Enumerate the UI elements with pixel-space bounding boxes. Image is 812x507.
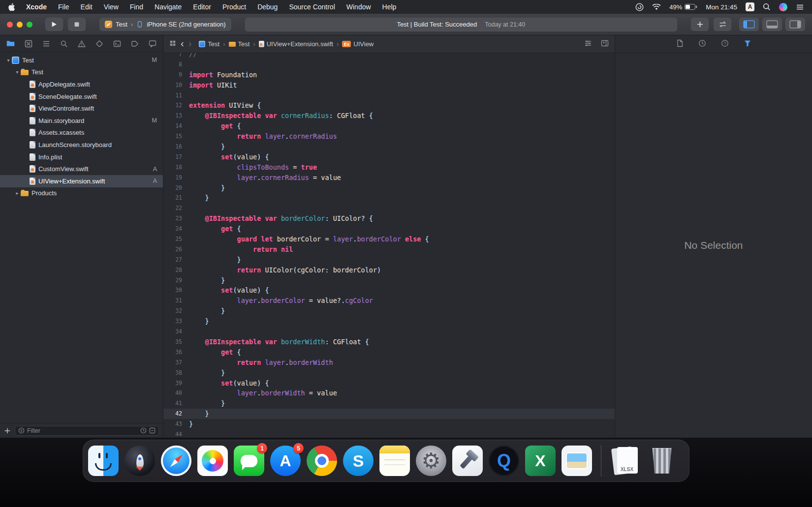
line-number[interactable]: 13 bbox=[163, 111, 189, 121]
line-number[interactable]: 31 bbox=[163, 296, 189, 306]
debug-area-toggle-button[interactable] bbox=[762, 18, 782, 31]
scheme-selector[interactable]: Test › iPhone SE (2nd generation) bbox=[99, 18, 231, 31]
spotlight-search-icon[interactable] bbox=[763, 3, 771, 11]
siri-icon[interactable] bbox=[779, 3, 787, 11]
code-line-14[interactable]: 14 get { bbox=[163, 121, 615, 131]
related-items-icon[interactable] bbox=[169, 40, 176, 48]
line-number[interactable]: 20 bbox=[163, 183, 189, 193]
line-number[interactable]: 17 bbox=[163, 152, 189, 162]
wifi-icon[interactable] bbox=[652, 4, 661, 10]
code-line-33[interactable]: 33 } bbox=[163, 316, 615, 327]
dock-photos[interactable] bbox=[197, 446, 228, 476]
code-line-26[interactable]: 26 return nil bbox=[163, 244, 615, 255]
code-line-19[interactable]: 19 layer.cornerRadius = value bbox=[163, 173, 615, 183]
symbol-navigator-icon[interactable] bbox=[42, 40, 50, 48]
code-line-39[interactable]: 39 set(value) { bbox=[163, 378, 615, 388]
line-number[interactable]: 36 bbox=[163, 347, 189, 358]
code-area[interactable]: 7//89import Foundation10import UIKit1112… bbox=[163, 53, 615, 438]
line-number[interactable]: 30 bbox=[163, 285, 189, 296]
apple-menu-icon[interactable] bbox=[8, 3, 15, 11]
notification-center-icon[interactable] bbox=[796, 3, 804, 11]
menu-source-control[interactable]: Source Control bbox=[289, 3, 335, 11]
menu-window[interactable]: Window bbox=[346, 3, 371, 11]
line-number[interactable]: 26 bbox=[163, 244, 189, 255]
line-number[interactable]: 34 bbox=[163, 327, 189, 337]
test-navigator-icon[interactable] bbox=[95, 40, 103, 48]
menu-view[interactable]: View bbox=[104, 3, 119, 11]
activity-viewer[interactable]: Test | Build Test: Succeeded Today at 21… bbox=[245, 18, 677, 31]
file-row-appdelegate-swift[interactable]: AppDelegate.swift bbox=[0, 78, 163, 90]
code-line-23[interactable]: 23 @IBInspectable var borderColor: UICol… bbox=[163, 213, 615, 224]
code-line-38[interactable]: 38 } bbox=[163, 368, 615, 378]
code-line-15[interactable]: 15 return layer.cornerRadius bbox=[163, 131, 615, 142]
menu-debug[interactable]: Debug bbox=[257, 3, 278, 11]
line-number[interactable]: 15 bbox=[163, 131, 189, 142]
line-number[interactable]: 32 bbox=[163, 306, 189, 316]
library-button[interactable] bbox=[691, 18, 709, 31]
inspector-toggle-button[interactable] bbox=[785, 18, 805, 31]
file-row-scenedelegate-swift[interactable]: SceneDelegate.swift bbox=[0, 90, 163, 103]
file-row-launchscreen-storyboard[interactable]: LaunchScreen.storyboard bbox=[0, 139, 163, 151]
file-row-assets-xcassets[interactable]: Assets.xcassets bbox=[0, 127, 163, 139]
menu-xcode[interactable]: Xcode bbox=[26, 3, 47, 11]
line-number[interactable]: 28 bbox=[163, 265, 189, 275]
breadcrumb-item[interactable]: Test bbox=[199, 40, 219, 48]
back-button[interactable]: ‹ bbox=[181, 38, 184, 48]
disclosure-triangle[interactable]: ▸ bbox=[14, 190, 21, 196]
file-row-test[interactable]: ▾Test bbox=[0, 66, 163, 79]
dock-quicktime[interactable]: Q bbox=[489, 446, 519, 476]
line-number[interactable]: 33 bbox=[163, 316, 189, 327]
line-number[interactable]: 38 bbox=[163, 368, 189, 378]
code-line-27[interactable]: 27 } bbox=[163, 255, 615, 265]
breakpoint-navigator-icon[interactable] bbox=[131, 40, 139, 48]
file-row-customview-swift[interactable]: CustomView.swiftA bbox=[0, 163, 163, 175]
line-number[interactable]: 29 bbox=[163, 275, 189, 286]
code-line-36[interactable]: 36 get { bbox=[163, 347, 615, 358]
line-number[interactable]: 14 bbox=[163, 121, 189, 131]
filter-input[interactable]: Filter bbox=[15, 426, 159, 436]
source-control-navigator-icon[interactable] bbox=[25, 40, 32, 48]
code-line-22[interactable]: 22 bbox=[163, 203, 615, 213]
menu-edit[interactable]: Edit bbox=[81, 3, 93, 11]
line-number[interactable]: 11 bbox=[163, 90, 189, 101]
scope-icon[interactable] bbox=[149, 427, 156, 434]
dock-launchpad[interactable] bbox=[125, 446, 155, 476]
code-line-30[interactable]: 30 set(value) { bbox=[163, 285, 615, 296]
breadcrumb-item[interactable]: Test bbox=[229, 40, 250, 48]
code-line-16[interactable]: 16 } bbox=[163, 142, 615, 152]
dock-system-preferences[interactable]: ⚙ bbox=[416, 446, 446, 476]
menu-find[interactable]: Find bbox=[130, 3, 143, 11]
forward-button[interactable]: › bbox=[188, 38, 192, 48]
close-button[interactable] bbox=[7, 22, 13, 28]
dock-app-store[interactable]: A5 bbox=[270, 446, 301, 476]
code-line-42[interactable]: 42 } bbox=[163, 409, 615, 419]
file-row-uiview-extension-swift[interactable]: UIView+Extension.swiftA bbox=[0, 175, 163, 187]
line-number[interactable]: 40 bbox=[163, 388, 189, 398]
code-line-43[interactable]: 43} bbox=[163, 419, 615, 429]
line-number[interactable]: 21 bbox=[163, 193, 189, 203]
line-number[interactable]: 27 bbox=[163, 255, 189, 265]
code-line-17[interactable]: 17 set(value) { bbox=[163, 152, 615, 162]
code-line-32[interactable]: 32 } bbox=[163, 306, 615, 316]
find-navigator-icon[interactable] bbox=[60, 40, 68, 48]
add-editor-icon[interactable] bbox=[601, 39, 609, 49]
line-number[interactable]: 43 bbox=[163, 419, 189, 429]
code-review-button[interactable] bbox=[714, 18, 731, 31]
line-number[interactable]: 24 bbox=[163, 224, 189, 234]
filter-inspector-icon[interactable] bbox=[744, 39, 751, 49]
line-number[interactable]: 22 bbox=[163, 203, 189, 213]
code-line-18[interactable]: 18 clipsToBounds = true bbox=[163, 162, 615, 173]
code-line-9[interactable]: 9import Foundation bbox=[163, 70, 615, 80]
code-line-31[interactable]: 31 layer.borderColor = value?.cgColor bbox=[163, 296, 615, 306]
dock-chrome[interactable] bbox=[307, 446, 337, 476]
dock-safari[interactable] bbox=[161, 446, 191, 476]
line-number[interactable]: 41 bbox=[163, 398, 189, 409]
line-number[interactable]: 7 bbox=[163, 53, 189, 60]
file-row-info-plist[interactable]: Info.plist bbox=[0, 151, 163, 163]
code-line-25[interactable]: 25 guard let borderColor = layer.borderC… bbox=[163, 234, 615, 244]
menu-editor[interactable]: Editor bbox=[193, 3, 211, 11]
code-line-12[interactable]: 12extension UIView { bbox=[163, 100, 615, 111]
code-line-13[interactable]: 13 @IBInspectable var cornerRadius: CGFl… bbox=[163, 111, 615, 121]
line-number[interactable]: 12 bbox=[163, 100, 189, 111]
run-button[interactable] bbox=[45, 18, 63, 31]
